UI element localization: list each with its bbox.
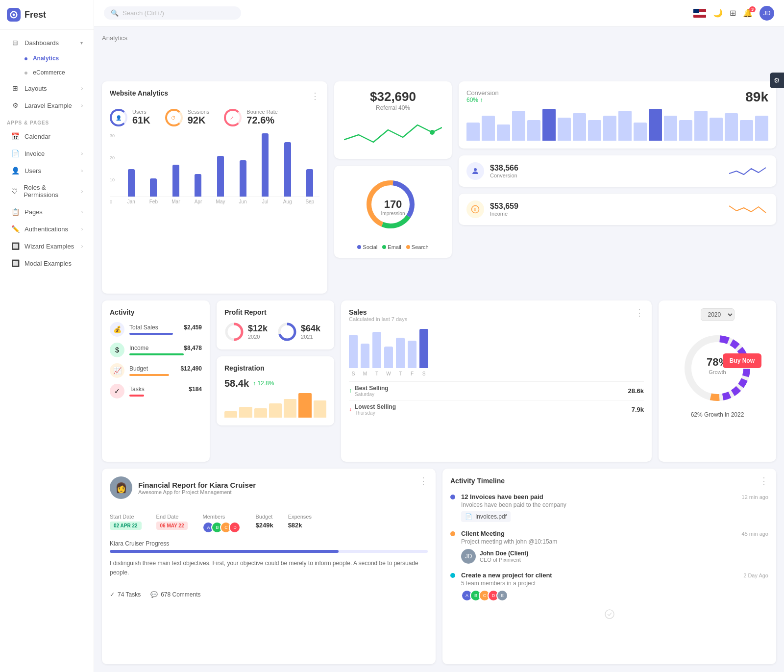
team-member-5: E xyxy=(496,590,508,601)
activity-title: Activity xyxy=(110,308,202,316)
stat-conversion-info: $38,566 Conversion xyxy=(490,164,723,178)
laravel-icon: ⚙ xyxy=(11,101,20,109)
sales-card: Sales Calculated in last 7 days ⋮ SMTWTF… xyxy=(341,300,652,462)
svg-rect-5 xyxy=(693,9,699,13)
timeline-dot-1 xyxy=(450,495,455,499)
best-selling-info: Best Selling Saturday xyxy=(355,385,389,397)
timeline-title: Activity Timeline xyxy=(450,477,505,485)
sidebar-item-auth[interactable]: ✏️ Authentications › xyxy=(4,221,90,237)
chevron-down-icon: ▾ xyxy=(80,40,83,46)
profit-2020-value: $12k xyxy=(248,324,268,334)
stat-conversion-icon xyxy=(466,162,484,180)
sales-subtitle: Calculated in last 7 days xyxy=(349,316,407,322)
bounce-ring: ↗ xyxy=(224,109,242,126)
sales-title: Sales xyxy=(349,308,407,316)
fin-menu-btn[interactable]: ⋮ xyxy=(419,476,428,485)
timeline-menu-btn[interactable]: ⋮ xyxy=(760,476,768,485)
activity-icon-3: ✓ xyxy=(110,384,124,398)
activity-info-1: Income $8,478 xyxy=(129,345,202,355)
sidebar-item-modal[interactable]: 🔲 Modal Examples xyxy=(4,255,90,272)
col-profit-reg: Profit Report $12k 2020 xyxy=(217,300,334,462)
sidebar-item-invoice[interactable]: 📄 Invoice › xyxy=(4,145,90,162)
logo: Frest xyxy=(0,0,94,30)
activity-list: 💰 Total Sales $2,459 $ Income $8,478 📈 B… xyxy=(110,322,202,398)
sidebar-item-roles[interactable]: 🛡 Roles & Permissions › xyxy=(4,179,90,203)
conversion-header: Conversion 60% ↑ 89k xyxy=(466,89,768,105)
activity-info-3: Tasks $184 xyxy=(129,386,202,397)
fin-header: 👩 Financial Report for Kiara Cruiser Awe… xyxy=(110,476,256,499)
calendar-icon: 📅 xyxy=(11,132,20,140)
sessions-label: Sessions xyxy=(188,109,210,115)
metric-users: 👤 Users 61K xyxy=(110,109,150,126)
bounce-value: 72.6% xyxy=(246,115,278,126)
sidebar-item-ecommerce[interactable]: eCommerce xyxy=(4,66,90,79)
profit-metrics: $12k 2020 $64k 2021 xyxy=(224,322,326,342)
sidebar-item-wizard[interactable]: 🔲 Wizard Examples › xyxy=(4,238,90,254)
settings-fab[interactable]: ⚙ xyxy=(770,73,784,88)
fin-members: Members A B C D xyxy=(202,514,241,533)
sidebar-item-dashboards[interactable]: ⊟ Dashboards ▾ xyxy=(4,34,90,51)
dark-mode-toggle[interactable]: 🌙 xyxy=(713,8,723,18)
activity-progress-3 xyxy=(129,395,144,397)
referral-card: $32,690 Referral 40% xyxy=(334,81,452,159)
logo-text: Frest xyxy=(24,10,46,20)
logo-icon xyxy=(7,8,21,22)
stat-income-info: $53,659 Income xyxy=(490,202,723,217)
sidebar-item-calendar[interactable]: 📅 Calendar xyxy=(4,128,90,145)
year-select[interactable]: 2020 xyxy=(701,308,735,321)
row-3: 👩 Financial Report for Kiara Cruiser Awe… xyxy=(102,469,776,664)
metric-users-info: Users 61K xyxy=(132,109,150,126)
svg-text:⏱: ⏱ xyxy=(171,115,176,121)
user-avatar[interactable]: JD xyxy=(760,6,774,21)
file-icon: 📄 xyxy=(465,513,472,520)
analytics-menu-btn[interactable]: ⋮ xyxy=(311,92,319,100)
grid-icon[interactable]: ⊞ xyxy=(730,8,736,18)
modal-icon: 🔲 xyxy=(11,259,20,267)
reg-value-row: 58.4k ↑ 12.8% xyxy=(224,378,326,389)
timeline-header-3: Create a new project for client 2 Day Ag… xyxy=(461,572,768,579)
activity-icon-0: 💰 xyxy=(110,322,124,337)
activity-progress-1 xyxy=(129,353,184,355)
financial-report-card: 👩 Financial Report for Kiara Cruiser Awe… xyxy=(102,469,436,664)
buy-now-button[interactable]: Buy Now xyxy=(723,353,761,368)
best-selling-stat: ↑ Best Selling Saturday 28.6k xyxy=(349,381,644,400)
team-avatars: A B C D E xyxy=(461,590,768,601)
sidebar-item-pages[interactable]: 📋 Pages › xyxy=(4,203,90,220)
sidebar: Frest ⊟ Dashboards ▾ Analytics eCommerce… xyxy=(0,0,94,672)
impression-donut-wrap: 170 Impression xyxy=(364,177,422,236)
row-1: Website Analytics ⋮ 👤 Users 61K xyxy=(102,81,776,294)
progress-bar-bg xyxy=(110,550,428,553)
progress-bar-fill xyxy=(110,550,339,553)
sidebar-nav: ⊟ Dashboards ▾ Analytics eCommerce ⊞ Lay… xyxy=(0,30,94,276)
lowest-selling-info: Lowest Selling Thursday xyxy=(355,403,396,416)
profit-2021: $64k 2021 xyxy=(277,322,320,342)
activity-icon-1: $ xyxy=(110,343,124,357)
notifications-badge: 3 xyxy=(749,6,756,12)
profit-2020: $12k 2020 xyxy=(224,322,268,342)
timeline-header-1: 12 Invoices have been paid 12 min ago xyxy=(461,493,768,500)
chevron-right-icon-2: › xyxy=(81,103,83,108)
timeline-content-1: 12 Invoices have been paid 12 min ago In… xyxy=(461,493,768,522)
sidebar-item-users[interactable]: 👤 Users › xyxy=(4,162,90,179)
search-box[interactable]: 🔍 Search (Ctrl+/) xyxy=(104,6,241,20)
profit-ring-2021 xyxy=(277,322,297,342)
roles-icon: 🛡 xyxy=(11,187,19,195)
timeline-content-2: Client Meeting 45 min ago Project meetin… xyxy=(461,530,768,564)
sidebar-item-analytics[interactable]: Analytics xyxy=(4,51,90,65)
sidebar-item-laravel[interactable]: ⚙ Laravel Example › xyxy=(4,97,90,114)
svg-text:Growth: Growth xyxy=(709,369,726,375)
chevron-right-icon-3: › xyxy=(81,151,83,156)
sub-dot-ecommerce xyxy=(24,72,27,75)
svg-point-9 xyxy=(430,130,435,135)
fin-tasks: ✓ 74 Tasks xyxy=(110,591,141,598)
timeline-header-2: Client Meeting 45 min ago xyxy=(461,530,768,537)
stat-conversion-card: $38,566 Conversion xyxy=(459,155,776,187)
sidebar-item-layouts[interactable]: ⊞ Layouts › xyxy=(4,80,90,97)
tasks-check-icon: ✓ xyxy=(110,591,115,598)
timeline-person: JD John Doe (Client) CEO of Pixinvent xyxy=(461,549,768,564)
check-circle-icon xyxy=(605,609,614,619)
up-arrow-icon: ↑ xyxy=(349,387,352,394)
reg-value: 58.4k xyxy=(224,378,249,389)
fin-table: Start Date 02 APR 22 End Date 06 MAY 22 … xyxy=(110,514,428,533)
sales-menu-btn[interactable]: ⋮ xyxy=(635,308,644,317)
